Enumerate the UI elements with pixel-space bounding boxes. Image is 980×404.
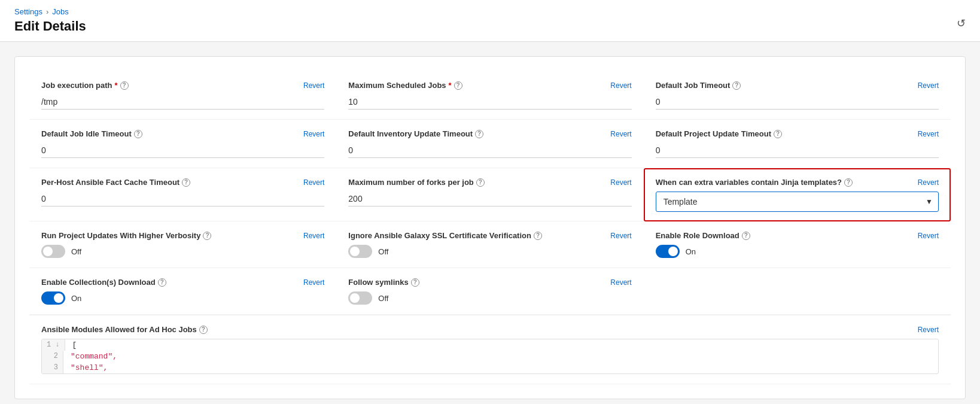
- field-label-follow-symlinks: Follow symlinks ?: [348, 278, 419, 287]
- breadcrumb-separator: ›: [46, 7, 48, 16]
- field-label-run-project-updates: Run Project Updates With Higher Verbosit…: [41, 231, 211, 240]
- toggle-container-ignore-galaxy-ssl: Off: [348, 245, 631, 258]
- field-label-ignore-galaxy-ssl: Ignore Ansible Galaxy SSL Certificate Ve…: [348, 231, 542, 240]
- revert-run-project-updates[interactable]: Revert: [303, 232, 324, 240]
- help-icon-enable-collections-download[interactable]: ?: [158, 278, 166, 287]
- field-label-max-scheduled-jobs: Maximum Scheduled Jobs * ?: [348, 81, 462, 90]
- select-wrapper-jinja: Template Always Never ▼: [656, 192, 939, 212]
- revert-ignore-galaxy-ssl[interactable]: Revert: [610, 232, 631, 240]
- help-icon-default-job-timeout[interactable]: ?: [732, 81, 741, 90]
- field-label-default-job-timeout: Default Job Timeout ?: [656, 81, 741, 90]
- required-indicator: *: [114, 81, 117, 90]
- toggle-container-enable-collections-download: On: [41, 291, 324, 305]
- field-default-job-timeout: Default Job Timeout ? Revert: [644, 71, 951, 120]
- revert-default-inventory-update-timeout[interactable]: Revert: [610, 130, 631, 138]
- input-job-execution-path[interactable]: [41, 95, 324, 110]
- code-line-3: 3 "shell",: [42, 362, 938, 373]
- line-number-1: 1 ↓: [42, 339, 65, 351]
- code-editor-ansible-modules[interactable]: 1 ↓ [ 2 "command", 3 "shell",: [41, 339, 939, 374]
- revert-ansible-modules[interactable]: Revert: [918, 326, 939, 334]
- field-ignore-galaxy-ssl: Ignore Ansible Galaxy SSL Certificate Ve…: [336, 221, 643, 268]
- toggle-run-project-updates[interactable]: [41, 245, 65, 258]
- code-line-1: 1 ↓ [: [42, 339, 938, 351]
- content-area: Job execution path * ? Revert Maximum Sc…: [0, 42, 980, 404]
- toggle-label-ignore-galaxy-ssl: Off: [378, 247, 388, 256]
- field-label-ansible-modules: Ansible Modules Allowed for Ad Hoc Jobs …: [41, 325, 208, 334]
- field-label-jinja-templates: When can extra variables contain Jinja t…: [656, 178, 853, 187]
- revert-default-project-update-timeout[interactable]: Revert: [918, 130, 939, 138]
- toggle-label-follow-symlinks: Off: [378, 294, 388, 303]
- line-content-3: "shell",: [63, 362, 115, 373]
- field-job-execution-path: Job execution path * ? Revert: [29, 71, 336, 120]
- breadcrumb-jobs[interactable]: Jobs: [52, 7, 68, 16]
- field-max-scheduled-jobs: Maximum Scheduled Jobs * ? Revert: [336, 71, 643, 120]
- field-empty-placeholder: [644, 268, 951, 315]
- field-default-project-update-timeout: Default Project Update Timeout ? Revert: [644, 120, 951, 168]
- field-label-default-project-update-timeout: Default Project Update Timeout ?: [656, 129, 782, 138]
- field-label-default-inventory-update-timeout: Default Inventory Update Timeout ?: [348, 129, 483, 138]
- field-enable-role-download: Enable Role Download ? Revert On: [644, 221, 951, 268]
- toggle-label-enable-collections-download: On: [71, 294, 81, 303]
- toggle-container-follow-symlinks: Off: [348, 291, 631, 305]
- field-default-inventory-update-timeout: Default Inventory Update Timeout ? Rever…: [336, 120, 643, 168]
- input-default-job-idle-timeout[interactable]: [41, 143, 324, 158]
- field-default-job-idle-timeout: Default Job Idle Timeout ? Revert: [29, 120, 336, 168]
- revert-job-execution-path[interactable]: Revert: [303, 81, 324, 90]
- field-max-forks-per-job: Maximum number of forks per job ? Revert: [336, 168, 643, 221]
- field-label-enable-role-download: Enable Role Download ?: [656, 231, 750, 240]
- field-label-job-execution-path: Job execution path * ?: [41, 81, 129, 90]
- code-line-2: 2 "command",: [42, 351, 938, 362]
- input-default-project-update-timeout[interactable]: [656, 143, 939, 158]
- help-icon-jinja-templates[interactable]: ?: [844, 178, 853, 187]
- select-jinja-templates[interactable]: Template Always Never: [656, 192, 939, 212]
- revert-max-forks-per-job[interactable]: Revert: [610, 178, 631, 187]
- toggle-label-run-project-updates: Off: [71, 247, 81, 256]
- field-follow-symlinks: Follow symlinks ? Revert Off: [336, 268, 643, 315]
- toggle-container-run-project-updates: Off: [41, 245, 324, 258]
- field-label-per-host: Per-Host Ansible Fact Cache Timeout ?: [41, 178, 190, 187]
- help-icon-follow-symlinks[interactable]: ?: [411, 278, 419, 287]
- revert-max-scheduled-jobs[interactable]: Revert: [610, 81, 631, 90]
- toggle-enable-collections-download[interactable]: [41, 291, 65, 305]
- toggle-enable-role-download[interactable]: [656, 245, 680, 258]
- help-icon-max-forks-per-job[interactable]: ?: [476, 178, 485, 187]
- help-icon-run-project-updates[interactable]: ?: [203, 232, 211, 240]
- breadcrumb-settings[interactable]: Settings: [14, 7, 42, 16]
- revert-follow-symlinks[interactable]: Revert: [610, 278, 631, 287]
- field-label-default-job-idle-timeout: Default Job Idle Timeout ?: [41, 129, 142, 138]
- field-ansible-modules: Ansible Modules Allowed for Ad Hoc Jobs …: [29, 315, 951, 384]
- help-icon-job-execution-path[interactable]: ?: [120, 81, 129, 90]
- input-max-scheduled-jobs[interactable]: [348, 95, 631, 110]
- help-icon-default-project-update-timeout[interactable]: ?: [774, 130, 782, 138]
- page-title: Edit Details: [14, 19, 966, 34]
- field-run-project-updates: Run Project Updates With Higher Verbosit…: [29, 221, 336, 268]
- required-indicator-2: *: [449, 81, 452, 90]
- input-per-host[interactable]: [41, 192, 324, 206]
- toggle-label-enable-role-download: On: [686, 247, 696, 256]
- toggle-follow-symlinks[interactable]: [348, 291, 372, 305]
- field-label-enable-collections-download: Enable Collection(s) Download ?: [41, 278, 166, 287]
- revert-enable-role-download[interactable]: Revert: [918, 232, 939, 240]
- input-default-inventory-update-timeout[interactable]: [348, 143, 631, 158]
- field-per-host-ansible-fact-cache-timeout: Per-Host Ansible Fact Cache Timeout ? Re…: [29, 168, 336, 221]
- help-icon-default-job-idle-timeout[interactable]: ?: [134, 130, 142, 138]
- field-label-max-forks-per-job: Maximum number of forks per job ?: [348, 178, 484, 187]
- field-jinja-templates: When can extra variables contain Jinja t…: [644, 168, 951, 221]
- toggle-ignore-galaxy-ssl[interactable]: [348, 245, 372, 258]
- help-icon-per-host[interactable]: ?: [182, 178, 190, 187]
- input-max-forks-per-job[interactable]: [348, 192, 631, 206]
- revert-jinja-templates[interactable]: Revert: [918, 178, 939, 187]
- history-icon[interactable]: ↺: [957, 17, 966, 30]
- revert-enable-collections-download[interactable]: Revert: [303, 278, 324, 287]
- help-icon-max-scheduled-jobs[interactable]: ?: [454, 81, 462, 90]
- input-default-job-timeout[interactable]: [656, 95, 939, 110]
- revert-default-job-timeout[interactable]: Revert: [918, 81, 939, 90]
- line-content-1: [: [65, 339, 84, 351]
- help-icon-ignore-galaxy-ssl[interactable]: ?: [534, 232, 542, 240]
- help-icon-default-inventory-update-timeout[interactable]: ?: [475, 130, 483, 138]
- help-icon-ansible-modules[interactable]: ?: [199, 326, 208, 334]
- revert-per-host[interactable]: Revert: [303, 178, 324, 187]
- help-icon-enable-role-download[interactable]: ?: [742, 232, 750, 240]
- revert-default-job-idle-timeout[interactable]: Revert: [303, 130, 324, 138]
- field-enable-collections-download: Enable Collection(s) Download ? Revert O…: [29, 268, 336, 315]
